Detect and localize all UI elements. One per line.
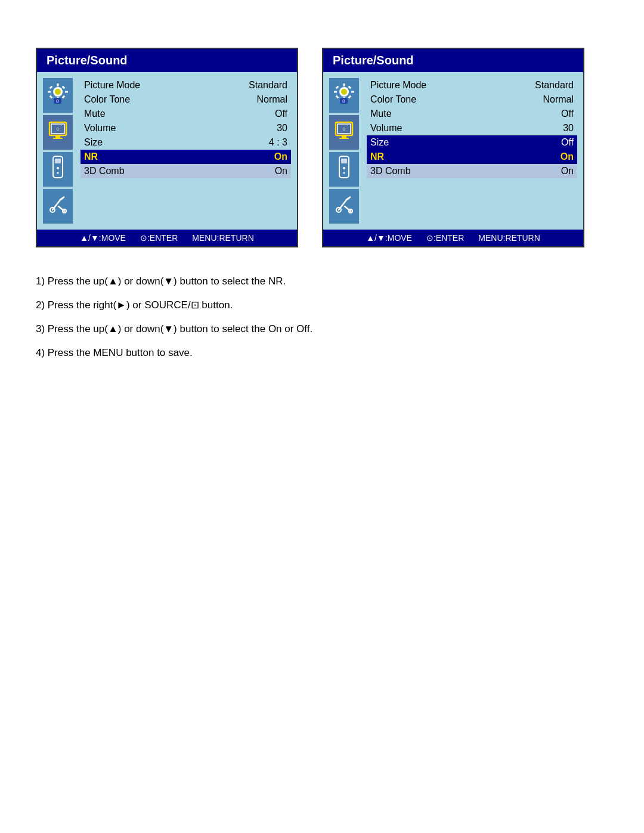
right-tools-icon-box — [329, 189, 359, 224]
left-menu-row: Size4 : 3 — [80, 135, 291, 150]
right-panel: Picture/Sound — [322, 48, 584, 247]
right-panel-header: Picture/Sound — [323, 49, 583, 72]
menu-item-value: Normal — [196, 92, 291, 107]
instructions-block: 1) Press the up(▲) or down(▼) button to … — [36, 271, 608, 363]
left-menu-row: Picture ModeStandard — [80, 78, 291, 92]
svg-rect-36 — [336, 95, 339, 99]
svg-rect-8 — [62, 86, 66, 89]
right-icon-column: 0 0 — [329, 78, 362, 224]
svg-rect-35 — [348, 86, 352, 89]
left-panel-body: 0 0 — [37, 72, 297, 230]
svg-rect-18 — [55, 159, 61, 163]
menu-item-label: Picture Mode — [80, 78, 196, 92]
left-panel-header: Picture/Sound — [37, 49, 297, 72]
left-icon-column: 0 0 — [43, 78, 76, 224]
remote-icon-box — [43, 152, 73, 187]
tools-icon — [48, 194, 68, 218]
svg-rect-9 — [49, 95, 53, 99]
svg-line-52 — [345, 206, 351, 211]
display-icon: 0 — [47, 120, 69, 145]
svg-rect-34 — [348, 95, 352, 99]
menu-item-label: Volume — [367, 121, 482, 135]
menu-item-label: Color Tone — [367, 92, 482, 107]
right-menu-row: Volume30 — [367, 121, 577, 135]
menu-item-label: Size — [80, 135, 196, 150]
right-brightness-icon-box: 0 — [329, 78, 359, 113]
svg-rect-45 — [341, 159, 347, 163]
svg-point-20 — [57, 172, 59, 174]
panels-container: Picture/Sound — [36, 48, 608, 247]
right-brightness-icon: 0 — [333, 82, 355, 109]
right-menu-table: Picture ModeStandardColor ToneNormalMute… — [367, 78, 577, 178]
menu-item-value: On — [196, 150, 291, 164]
svg-point-19 — [57, 167, 59, 169]
svg-line-24 — [60, 198, 63, 200]
left-menu-row: Color ToneNormal — [80, 92, 291, 107]
brightness-icon: 0 — [47, 82, 69, 109]
left-menu-row: MuteOff — [80, 107, 291, 121]
left-footer-move: ▲/▼:MOVE — [80, 233, 126, 243]
right-tools-icon — [334, 194, 354, 218]
right-menu-row: SizeOff — [367, 135, 577, 150]
right-footer-enter: ⊙:ENTER — [426, 233, 464, 243]
menu-item-label: NR — [367, 150, 482, 164]
right-display-icon-box: 0 — [329, 115, 359, 150]
instruction-item: 1) Press the up(▲) or down(▼) button to … — [36, 271, 608, 292]
svg-rect-32 — [351, 91, 354, 93]
remote-icon — [48, 155, 67, 184]
right-footer-menu: MENU:RETURN — [478, 233, 540, 243]
menu-item-label: Mute — [80, 107, 196, 121]
menu-item-value: On — [482, 164, 577, 178]
svg-point-1 — [55, 89, 61, 95]
svg-point-28 — [341, 89, 347, 95]
menu-item-value: Off — [196, 107, 291, 121]
menu-item-label: NR — [80, 150, 196, 164]
right-menu-column: Picture ModeStandardColor ToneNormalMute… — [367, 78, 577, 224]
menu-item-label: Picture Mode — [367, 78, 482, 92]
svg-rect-31 — [334, 91, 337, 93]
right-menu-row: MuteOff — [367, 107, 577, 121]
menu-item-value: 4 : 3 — [196, 135, 291, 150]
left-menu-row: NROn — [80, 150, 291, 164]
svg-text:0: 0 — [343, 127, 345, 131]
left-menu-column: Picture ModeStandardColor ToneNormalMute… — [80, 78, 291, 224]
right-menu-row: Color ToneNormal — [367, 92, 577, 107]
svg-point-46 — [343, 167, 345, 169]
right-menu-row: 3D CombOn — [367, 164, 577, 178]
left-menu-row: 3D CombOn — [80, 164, 291, 178]
brightness-icon-box: 0 — [43, 78, 73, 113]
svg-point-47 — [343, 172, 345, 174]
svg-text:0: 0 — [57, 127, 59, 131]
svg-line-25 — [58, 206, 64, 211]
menu-item-label: Volume — [80, 121, 196, 135]
left-panel-title: Picture/Sound — [47, 54, 128, 67]
menu-item-value: Standard — [482, 78, 577, 92]
instruction-item: 3) Press the up(▲) or down(▼) button to … — [36, 319, 608, 339]
menu-item-label: Color Tone — [80, 92, 196, 107]
right-panel-footer: ▲/▼:MOVE ⊙:ENTER MENU:RETURN — [323, 230, 583, 246]
menu-item-value: 30 — [196, 121, 291, 135]
menu-item-value: On — [196, 164, 291, 178]
svg-rect-5 — [65, 91, 68, 93]
menu-item-label: 3D Comb — [367, 164, 482, 178]
right-remote-icon — [335, 155, 354, 184]
svg-rect-7 — [62, 95, 66, 99]
right-panel-title: Picture/Sound — [333, 54, 414, 67]
right-display-icon: 0 — [333, 120, 355, 145]
svg-rect-33 — [336, 86, 339, 89]
right-menu-row: Picture ModeStandard — [367, 78, 577, 92]
menu-item-label: Mute — [367, 107, 482, 121]
tools-icon-box — [43, 189, 73, 224]
right-remote-icon-box — [329, 152, 359, 187]
svg-rect-14 — [53, 138, 63, 139]
right-panel-body: 0 0 — [323, 72, 583, 230]
menu-item-label: 3D Comb — [80, 164, 196, 178]
instruction-item: 2) Press the right(►) or SOURCE/⊡ button… — [36, 295, 608, 315]
svg-rect-4 — [48, 91, 51, 93]
left-menu-table: Picture ModeStandardColor ToneNormalMute… — [80, 78, 291, 178]
right-footer-move: ▲/▼:MOVE — [366, 233, 412, 243]
menu-item-label: Size — [367, 135, 482, 150]
menu-item-value: Off — [482, 107, 577, 121]
display-icon-box: 0 — [43, 115, 73, 150]
menu-item-value: Off — [482, 135, 577, 150]
